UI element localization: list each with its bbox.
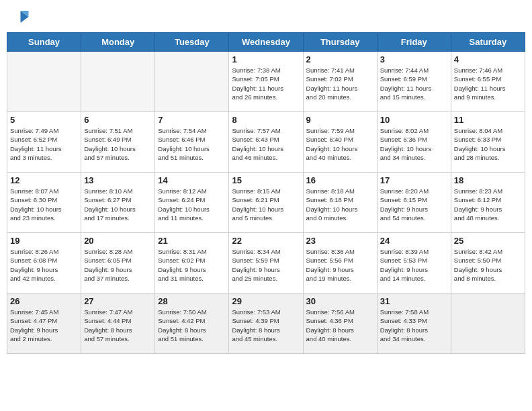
- calendar-cell: [81, 52, 155, 112]
- day-header-saturday: Saturday: [451, 33, 525, 52]
- day-number: 1: [232, 54, 300, 64]
- calendar-header-row: SundayMondayTuesdayWednesdayThursdayFrid…: [7, 33, 525, 52]
- day-number: 24: [380, 236, 448, 246]
- calendar-cell: 16Sunrise: 8:18 AM Sunset: 6:18 PM Dayli…: [303, 173, 377, 233]
- day-number: 14: [158, 175, 226, 185]
- day-info: Sunrise: 8:07 AM Sunset: 6:30 PM Dayligh…: [10, 187, 78, 222]
- day-info: Sunrise: 7:47 AM Sunset: 4:44 PM Dayligh…: [84, 308, 152, 343]
- calendar-cell: 5Sunrise: 7:49 AM Sunset: 6:52 PM Daylig…: [7, 112, 81, 173]
- calendar-week-3: 12Sunrise: 8:07 AM Sunset: 6:30 PM Dayli…: [7, 173, 525, 233]
- calendar-cell: 17Sunrise: 8:20 AM Sunset: 6:15 PM Dayli…: [377, 173, 451, 233]
- day-number: 23: [306, 236, 374, 246]
- day-number: 7: [158, 115, 226, 125]
- day-info: Sunrise: 7:50 AM Sunset: 4:42 PM Dayligh…: [158, 308, 226, 343]
- day-info: Sunrise: 7:51 AM Sunset: 6:49 PM Dayligh…: [84, 126, 152, 162]
- day-number: 5: [10, 115, 78, 125]
- day-number: 13: [84, 175, 152, 185]
- day-number: 19: [10, 236, 78, 246]
- calendar-cell: 14Sunrise: 8:12 AM Sunset: 6:24 PM Dayli…: [155, 173, 229, 233]
- day-info: Sunrise: 7:56 AM Sunset: 4:36 PM Dayligh…: [306, 308, 374, 343]
- calendar-cell: 29Sunrise: 7:53 AM Sunset: 4:39 PM Dayli…: [229, 293, 303, 354]
- day-info: Sunrise: 8:31 AM Sunset: 6:02 PM Dayligh…: [158, 247, 226, 283]
- day-info: Sunrise: 8:36 AM Sunset: 5:56 PM Dayligh…: [306, 247, 374, 283]
- calendar-week-5: 26Sunrise: 7:45 AM Sunset: 4:47 PM Dayli…: [7, 293, 525, 354]
- day-info: Sunrise: 8:10 AM Sunset: 6:27 PM Dayligh…: [84, 187, 152, 222]
- day-info: Sunrise: 7:57 AM Sunset: 6:43 PM Dayligh…: [232, 126, 300, 162]
- day-number: 28: [158, 296, 226, 306]
- day-number: 31: [380, 296, 448, 306]
- calendar-cell: 28Sunrise: 7:50 AM Sunset: 4:42 PM Dayli…: [155, 293, 229, 354]
- day-number: 10: [380, 115, 448, 125]
- calendar-cell: 22Sunrise: 8:34 AM Sunset: 5:59 PM Dayli…: [229, 233, 303, 293]
- calendar-cell: 24Sunrise: 8:39 AM Sunset: 5:53 PM Dayli…: [377, 233, 451, 293]
- calendar-cell: 7Sunrise: 7:54 AM Sunset: 6:46 PM Daylig…: [155, 112, 229, 173]
- day-number: 3: [380, 54, 448, 64]
- day-info: Sunrise: 7:49 AM Sunset: 6:52 PM Dayligh…: [10, 126, 78, 162]
- day-info: Sunrise: 8:26 AM Sunset: 6:08 PM Dayligh…: [10, 247, 78, 283]
- day-info: Sunrise: 8:28 AM Sunset: 6:05 PM Dayligh…: [84, 247, 152, 283]
- calendar-cell: 3Sunrise: 7:44 AM Sunset: 6:59 PM Daylig…: [377, 52, 451, 112]
- day-number: 4: [454, 54, 522, 64]
- calendar-week-2: 5Sunrise: 7:49 AM Sunset: 6:52 PM Daylig…: [7, 112, 525, 173]
- day-info: Sunrise: 8:04 AM Sunset: 6:33 PM Dayligh…: [454, 126, 522, 162]
- calendar-cell: 26Sunrise: 7:45 AM Sunset: 4:47 PM Dayli…: [7, 293, 81, 354]
- calendar-week-4: 19Sunrise: 8:26 AM Sunset: 6:08 PM Dayli…: [7, 233, 525, 293]
- calendar-cell: 20Sunrise: 8:28 AM Sunset: 6:05 PM Dayli…: [81, 233, 155, 293]
- day-info: Sunrise: 7:58 AM Sunset: 4:33 PM Dayligh…: [380, 308, 448, 343]
- day-info: Sunrise: 8:02 AM Sunset: 6:36 PM Dayligh…: [380, 126, 448, 162]
- day-info: Sunrise: 7:53 AM Sunset: 4:39 PM Dayligh…: [232, 308, 300, 343]
- calendar-cell: 25Sunrise: 8:42 AM Sunset: 5:50 PM Dayli…: [451, 233, 525, 293]
- day-number: 12: [10, 175, 78, 185]
- day-number: 16: [306, 175, 374, 185]
- day-header-wednesday: Wednesday: [229, 33, 303, 52]
- calendar-cell: 15Sunrise: 8:15 AM Sunset: 6:21 PM Dayli…: [229, 173, 303, 233]
- day-info: Sunrise: 8:20 AM Sunset: 6:15 PM Dayligh…: [380, 187, 448, 222]
- calendar-cell: 30Sunrise: 7:56 AM Sunset: 4:36 PM Dayli…: [303, 293, 377, 354]
- day-number: 9: [306, 115, 374, 125]
- calendar-cell: 6Sunrise: 7:51 AM Sunset: 6:49 PM Daylig…: [81, 112, 155, 173]
- day-info: Sunrise: 7:41 AM Sunset: 7:02 PM Dayligh…: [306, 66, 374, 101]
- day-number: 25: [454, 236, 522, 246]
- day-info: Sunrise: 8:39 AM Sunset: 5:53 PM Dayligh…: [380, 247, 448, 283]
- calendar-cell: 13Sunrise: 8:10 AM Sunset: 6:27 PM Dayli…: [81, 173, 155, 233]
- day-info: Sunrise: 8:23 AM Sunset: 6:12 PM Dayligh…: [454, 187, 522, 222]
- day-header-thursday: Thursday: [303, 33, 377, 52]
- day-number: 2: [306, 54, 374, 64]
- day-number: 6: [84, 115, 152, 125]
- calendar-cell: 10Sunrise: 8:02 AM Sunset: 6:36 PM Dayli…: [377, 112, 451, 173]
- day-number: 22: [232, 236, 300, 246]
- calendar-cell: 23Sunrise: 8:36 AM Sunset: 5:56 PM Dayli…: [303, 233, 377, 293]
- calendar-cell: 11Sunrise: 8:04 AM Sunset: 6:33 PM Dayli…: [451, 112, 525, 173]
- day-info: Sunrise: 8:42 AM Sunset: 5:50 PM Dayligh…: [454, 247, 522, 283]
- calendar-cell: 19Sunrise: 8:26 AM Sunset: 6:08 PM Dayli…: [7, 233, 81, 293]
- day-number: 29: [232, 296, 300, 306]
- day-info: Sunrise: 7:45 AM Sunset: 4:47 PM Dayligh…: [10, 308, 78, 343]
- calendar-cell: 31Sunrise: 7:58 AM Sunset: 4:33 PM Dayli…: [377, 293, 451, 354]
- day-info: Sunrise: 7:46 AM Sunset: 6:55 PM Dayligh…: [454, 66, 522, 101]
- day-header-friday: Friday: [377, 33, 451, 52]
- day-number: 27: [84, 296, 152, 306]
- calendar-cell: 12Sunrise: 8:07 AM Sunset: 6:30 PM Dayli…: [7, 173, 81, 233]
- day-info: Sunrise: 7:59 AM Sunset: 6:40 PM Dayligh…: [306, 126, 374, 162]
- day-info: Sunrise: 7:44 AM Sunset: 6:59 PM Dayligh…: [380, 66, 448, 101]
- calendar-week-1: 1Sunrise: 7:38 AM Sunset: 7:05 PM Daylig…: [7, 52, 525, 112]
- day-info: Sunrise: 8:15 AM Sunset: 6:21 PM Dayligh…: [232, 187, 300, 222]
- day-number: 18: [454, 175, 522, 185]
- day-info: Sunrise: 8:18 AM Sunset: 6:18 PM Dayligh…: [306, 187, 374, 222]
- day-info: Sunrise: 8:12 AM Sunset: 6:24 PM Dayligh…: [158, 187, 226, 222]
- day-number: 15: [232, 175, 300, 185]
- day-header-tuesday: Tuesday: [155, 33, 229, 52]
- day-number: 17: [380, 175, 448, 185]
- page-header: [7, 7, 525, 27]
- calendar-cell: 2Sunrise: 7:41 AM Sunset: 7:02 PM Daylig…: [303, 52, 377, 112]
- calendar-cell: 9Sunrise: 7:59 AM Sunset: 6:40 PM Daylig…: [303, 112, 377, 173]
- calendar-cell: 27Sunrise: 7:47 AM Sunset: 4:44 PM Dayli…: [81, 293, 155, 354]
- day-number: 30: [306, 296, 374, 306]
- calendar-cell: [7, 52, 81, 112]
- calendar-cell: 21Sunrise: 8:31 AM Sunset: 6:02 PM Dayli…: [155, 233, 229, 293]
- day-info: Sunrise: 7:38 AM Sunset: 7:05 PM Dayligh…: [232, 66, 300, 101]
- calendar-cell: 1Sunrise: 7:38 AM Sunset: 7:05 PM Daylig…: [229, 52, 303, 112]
- day-header-monday: Monday: [81, 33, 155, 52]
- calendar-cell: [155, 52, 229, 112]
- calendar-cell: [451, 293, 525, 354]
